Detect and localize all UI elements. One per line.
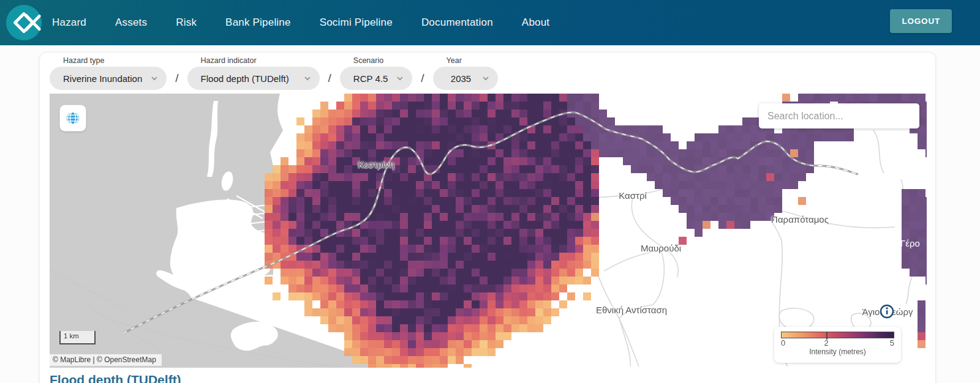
info-icon[interactable] (880, 304, 894, 319)
filter-label: Year (447, 56, 498, 65)
dropdown-value: Flood depth (TUDelft) (201, 73, 289, 84)
app-logo[interactable] (5, 4, 43, 42)
dropdown-value: RCP 4.5 (353, 73, 388, 84)
search-location-input[interactable] (759, 103, 919, 128)
legend-gradient-bar (781, 332, 894, 338)
nav-item-bank-pipeline[interactable]: Bank Pipeline (225, 17, 291, 29)
filter-scenario: Scenario RCP 4.5 (340, 56, 412, 90)
chevron-down-icon (482, 75, 489, 82)
chevron-down-icon (396, 75, 404, 82)
hazard-map-card: Hazard type Riverine Inundation / Hazard… (39, 52, 936, 383)
filter-hazard-type: Hazard type Riverine Inundation (50, 56, 167, 90)
nav-item-hazard[interactable]: Hazard (52, 17, 86, 29)
legend-tick-mid: 2 (824, 338, 828, 348)
hazard-indicator-dropdown[interactable]: Flood depth (TUDelft) (187, 67, 320, 90)
legend-tick-max: 5 (890, 338, 894, 348)
globe-icon (65, 110, 81, 126)
map-legend: 0 2 5 Intensity (metres) (774, 327, 901, 363)
logout-button[interactable]: LOGOUT (890, 9, 952, 33)
filter-year: Year 2035 (433, 56, 498, 90)
map-attribution: © MapLibre | © OpenStreetMap (50, 354, 162, 366)
filter-label: Scenario (353, 56, 412, 65)
map-scale-bar: 1 km (59, 331, 96, 344)
filter-separator: / (175, 67, 178, 90)
globe-basemap-button[interactable] (59, 105, 86, 132)
filter-label: Hazard type (63, 56, 167, 65)
filter-separator: / (328, 67, 331, 90)
map-viewport[interactable]: ΚεστρίνηΚαστρίΠαραπόταμοςΜαυρούδιΕθνική … (50, 94, 927, 368)
nav-item-assets[interactable]: Assets (115, 17, 147, 29)
page-title: Flood depth (TUDelft) (50, 373, 935, 383)
scenario-dropdown[interactable]: RCP 4.5 (340, 67, 412, 90)
chevron-down-icon (304, 75, 311, 82)
year-dropdown[interactable]: 2035 (433, 67, 498, 90)
top-navbar: Hazard Assets Risk Bank Pipeline Socimi … (0, 0, 980, 45)
filter-label: Hazard indicator (201, 56, 320, 65)
filter-bar: Hazard type Riverine Inundation / Hazard… (40, 53, 935, 94)
filter-separator: / (421, 67, 424, 90)
nav-menu: Hazard Assets Risk Bank Pipeline Socimi … (52, 17, 549, 29)
filter-hazard-indicator: Hazard indicator Flood depth (TUDelft) (187, 56, 320, 90)
diamond-x-logo-icon (5, 4, 43, 42)
dropdown-value: 2035 (451, 73, 471, 84)
nav-item-about[interactable]: About (522, 17, 549, 29)
legend-title: Intensity (metres) (781, 348, 894, 356)
hazard-type-dropdown[interactable]: Riverine Inundation (50, 67, 167, 90)
nav-item-risk[interactable]: Risk (176, 17, 197, 29)
dropdown-value: Riverine Inundation (63, 73, 142, 84)
nav-item-socimi-pipeline[interactable]: Socimi Pipeline (320, 17, 393, 29)
nav-item-documentation[interactable]: Documentation (421, 17, 493, 29)
chevron-down-icon (151, 75, 158, 82)
legend-tick-min: 0 (781, 338, 785, 348)
